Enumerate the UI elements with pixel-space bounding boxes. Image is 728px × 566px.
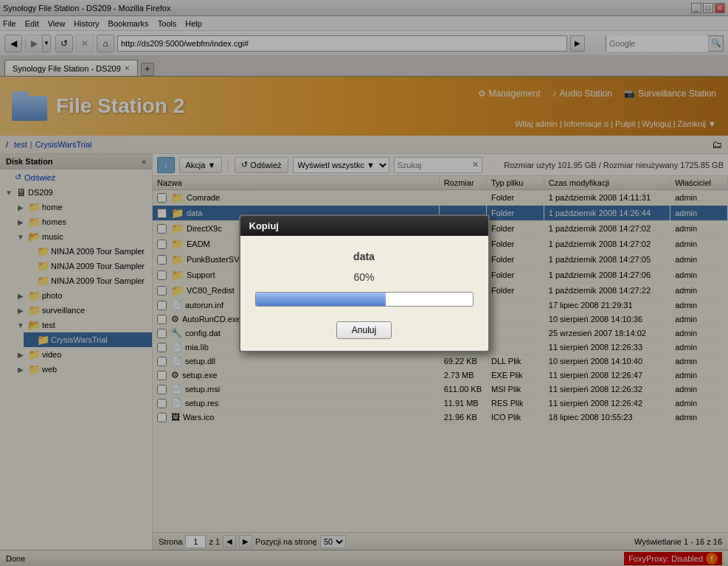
- progress-bar: [255, 292, 474, 307]
- copy-modal: Kopiuj data 60% Anuluj: [239, 214, 490, 352]
- modal-footer: Anuluj: [240, 321, 488, 351]
- progress-bar-fill: [256, 293, 386, 306]
- modal-title: Kopiuj: [249, 220, 279, 231]
- modal-percent: 60%: [353, 271, 374, 283]
- modal-title-bar: Kopiuj: [240, 216, 488, 236]
- modal-filename: data: [353, 251, 375, 262]
- copy-modal-overlay: Kopiuj data 60% Anuluj: [0, 0, 728, 566]
- cancel-button[interactable]: Anuluj: [336, 321, 392, 339]
- modal-body: data 60%: [240, 236, 488, 321]
